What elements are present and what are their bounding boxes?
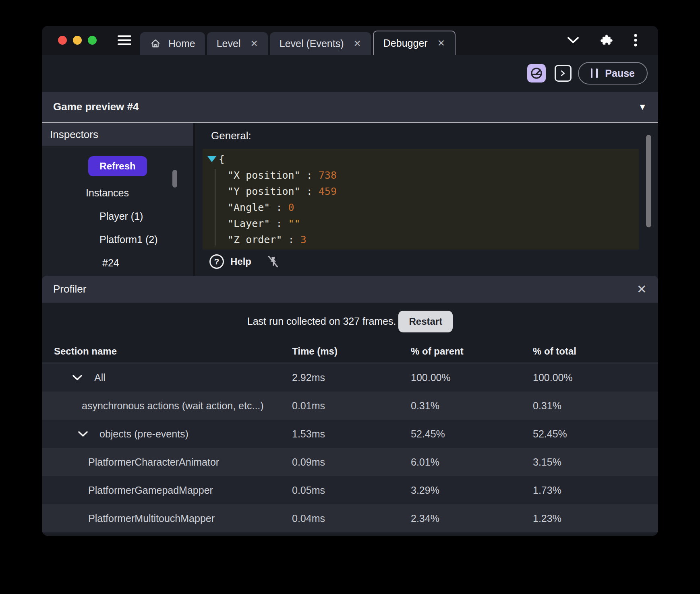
zoom-window-button[interactable] bbox=[88, 36, 97, 45]
table-row: PlatformerCharacterAnimator 0.09ms 6.01%… bbox=[42, 448, 658, 476]
extensions-puzzle-icon[interactable] bbox=[600, 34, 613, 47]
traffic-lights bbox=[42, 36, 97, 45]
parent-percent: 6.01% bbox=[411, 456, 533, 468]
inspectors-scrollbar-thumb[interactable] bbox=[172, 170, 177, 188]
inspectors-list: Refresh Instances Player (1) Platform1 (… bbox=[42, 146, 193, 276]
table-row: PlatformerMultitouchMapper 0.04ms 2.34% … bbox=[42, 504, 658, 532]
pause-icon bbox=[591, 68, 598, 78]
home-icon bbox=[150, 38, 161, 49]
json-value: 0 bbox=[288, 202, 294, 213]
tree-item-instance-24[interactable]: #24 bbox=[42, 251, 193, 274]
chevron-down-icon[interactable] bbox=[567, 37, 579, 44]
table-row: asynchronous actions (wait action, etc..… bbox=[42, 392, 658, 420]
tab-label: Level (Events) bbox=[280, 38, 344, 50]
debugger-toolbar: Pause bbox=[42, 55, 658, 92]
menu-hamburger-icon[interactable] bbox=[118, 35, 131, 45]
time-value: 0.04ms bbox=[292, 513, 411, 524]
parent-percent: 3.29% bbox=[411, 485, 533, 496]
parent-percent: 0.31% bbox=[411, 400, 533, 412]
tree-item-instances[interactable]: Instances bbox=[42, 181, 193, 204]
help-icon[interactable]: ? bbox=[209, 254, 224, 269]
tab-debugger[interactable]: Debugger ✕ bbox=[373, 31, 456, 55]
profiler-title: Profiler bbox=[53, 283, 86, 295]
table-row[interactable]: objects (pre-events) 1.53ms 52.45% 52.45… bbox=[42, 420, 658, 448]
profiler-header: Profiler ✕ bbox=[42, 276, 658, 303]
profiler-status-text: Last run collected on 327 frames. bbox=[247, 316, 396, 327]
collapse-chevron-icon[interactable] bbox=[72, 375, 82, 381]
tab-level[interactable]: Level ✕ bbox=[207, 32, 268, 55]
time-value: 0.09ms bbox=[292, 456, 411, 468]
total-percent: 1.73% bbox=[533, 485, 658, 496]
console-button[interactable] bbox=[555, 65, 572, 82]
parent-percent: 2.34% bbox=[411, 513, 533, 524]
column-header-parent: % of parent bbox=[411, 346, 533, 357]
titlebar-actions bbox=[567, 33, 658, 47]
time-value: 0.05ms bbox=[292, 485, 411, 496]
inspectors-title: Inspectors bbox=[50, 128, 98, 141]
table-row: PlatformerGamepadMapper 0.05ms 3.29% 1.7… bbox=[42, 476, 658, 504]
total-percent: 52.45% bbox=[533, 428, 658, 440]
section-name: PlatformerGamepadMapper bbox=[88, 485, 213, 496]
column-header-time: Time (ms) bbox=[292, 346, 411, 357]
parent-percent: 52.45% bbox=[411, 428, 533, 440]
tab-bar: Home Level ✕ Level (Events) ✕ Debugger ✕ bbox=[140, 26, 456, 55]
tree-item-platform1[interactable]: Platform1 (2) bbox=[42, 228, 193, 251]
total-percent: 3.15% bbox=[533, 456, 658, 468]
json-value: 459 bbox=[319, 186, 337, 197]
general-scrollbar-thumb[interactable] bbox=[646, 135, 651, 227]
pause-button[interactable]: Pause bbox=[578, 62, 648, 85]
help-row: ? Help bbox=[209, 254, 280, 269]
section-name: objects (pre-events) bbox=[99, 428, 188, 440]
collapse-caret-icon[interactable]: ▼ bbox=[638, 102, 647, 112]
column-header-section: Section name bbox=[54, 346, 292, 357]
profiler-gauge-button[interactable] bbox=[527, 64, 546, 82]
inspector-split: Inspectors Refresh Instances Player (1) … bbox=[42, 123, 658, 276]
close-icon[interactable]: ✕ bbox=[637, 283, 647, 295]
parent-percent: 100.00% bbox=[411, 372, 533, 384]
game-preview-header[interactable]: Game preview #4 ▼ bbox=[42, 92, 658, 123]
refresh-button[interactable]: Refresh bbox=[88, 156, 147, 176]
tab-home[interactable]: Home bbox=[140, 32, 205, 55]
profiler-table-header: Section name Time (ms) % of parent % of … bbox=[42, 340, 658, 363]
instances-tree: Instances Player (1) Platform1 (2) #24 bbox=[42, 181, 193, 274]
json-open-brace: { bbox=[219, 151, 337, 167]
time-value: 2.92ms bbox=[292, 372, 411, 384]
section-name: All bbox=[94, 372, 106, 384]
pause-label: Pause bbox=[605, 68, 635, 79]
title-bar: Home Level ✕ Level (Events) ✕ Debugger ✕ bbox=[42, 26, 658, 55]
help-button[interactable]: Help bbox=[230, 256, 251, 267]
collapse-chevron-icon[interactable] bbox=[78, 431, 88, 437]
debugger-window: Home Level ✕ Level (Events) ✕ Debugger ✕ bbox=[42, 26, 658, 536]
time-value: 0.01ms bbox=[292, 400, 411, 412]
section-name: PlatformerCharacterAnimator bbox=[88, 456, 219, 468]
gauge-icon bbox=[530, 66, 543, 80]
pin-off-icon[interactable] bbox=[267, 255, 280, 268]
general-title: General: bbox=[211, 130, 251, 142]
close-icon[interactable]: ✕ bbox=[437, 39, 445, 48]
table-row[interactable]: All 2.92ms 100.00% 100.00% bbox=[42, 363, 658, 392]
close-icon[interactable]: ✕ bbox=[250, 39, 258, 48]
tab-label: Home bbox=[168, 38, 195, 50]
inspectors-panel: Inspectors Refresh Instances Player (1) … bbox=[42, 123, 195, 276]
section-name: PlatformerMultitouchMapper bbox=[88, 513, 215, 524]
tab-level-events[interactable]: Level (Events) ✕ bbox=[270, 32, 371, 55]
restart-button[interactable]: Restart bbox=[398, 311, 453, 332]
expander-triangle-icon[interactable] bbox=[207, 156, 216, 162]
json-property: "Y position" : 459 bbox=[219, 184, 337, 200]
column-header-total: % of total bbox=[533, 346, 658, 357]
json-property: "Angle" : 0 bbox=[219, 200, 337, 216]
tree-item-player[interactable]: Player (1) bbox=[42, 204, 193, 228]
close-icon[interactable]: ✕ bbox=[354, 39, 361, 48]
time-value: 1.53ms bbox=[292, 428, 411, 440]
section-name: asynchronous actions (wait action, etc..… bbox=[82, 400, 264, 412]
game-preview-title: Game preview #4 bbox=[53, 101, 139, 113]
profiler-panel: Last run collected on 327 frames. Restar… bbox=[42, 303, 658, 536]
kebab-menu-icon[interactable] bbox=[634, 33, 637, 47]
json-property: "X position" : 738 bbox=[219, 167, 337, 184]
minimize-window-button[interactable] bbox=[73, 36, 82, 45]
profiler-table: Section name Time (ms) % of parent % of … bbox=[42, 340, 658, 536]
tab-label: Debugger bbox=[383, 37, 428, 49]
json-value: 738 bbox=[319, 169, 337, 181]
close-window-button[interactable] bbox=[58, 36, 67, 45]
total-percent: 0.31% bbox=[533, 400, 658, 412]
